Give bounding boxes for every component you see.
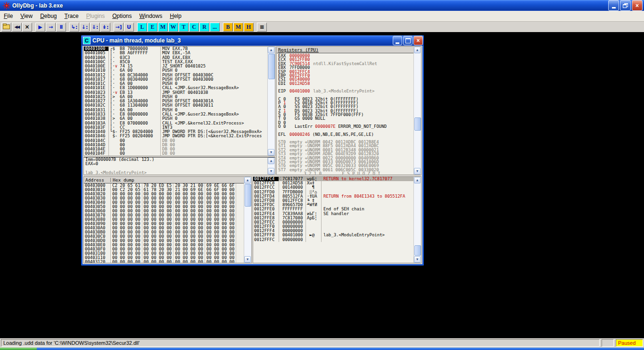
close-button[interactable]: × <box>632 0 643 11</box>
scroll-down-button[interactable] <box>244 256 251 263</box>
stack-marker <box>279 220 282 225</box>
scroll-down-button[interactable] <box>414 168 421 175</box>
menu-item[interactable]: Help <box>166 11 185 21</box>
memory-map-button[interactable]: M <box>233 23 243 32</box>
cpu-maximize-button[interactable] <box>403 36 413 45</box>
stack-row[interactable]: 0012FFE4 7C839AA8 иЬГ¦ SE handler <box>253 212 421 216</box>
scroll-up-button[interactable] <box>244 177 251 183</box>
stack-comment: RETURN to kernel32.7C817077 <box>322 177 421 181</box>
register-row[interactable]: EDI0012AD58 <box>278 82 421 85</box>
windows-list-button[interactable]: ≡ <box>257 23 267 32</box>
stack-row[interactable]: 0012FFD0 7FFDB000 ░²⌂ <box>253 190 421 194</box>
menu-item[interactable]: Debug <box>36 11 60 21</box>
stack-marker <box>279 185 282 190</box>
menu-item[interactable]: Plugins <box>83 11 108 21</box>
scroll-thumb[interactable] <box>268 54 275 79</box>
menu-item[interactable]: File <box>0 11 17 21</box>
eflags-row[interactable]: EFL00000246 (NO,NB,E,BE,NS,PE,GE,LE) <box>278 133 421 136</box>
scroll-up-button[interactable] <box>268 158 274 164</box>
stack-row[interactable]: 0012FFC8 0012AD58 Xн‡ <box>253 181 421 185</box>
handles-button[interactable]: H <box>244 23 254 32</box>
stack-row[interactable]: 0012FFC4 C 7C817077 wpБ¦ RETURN to kerne… <box>253 177 421 181</box>
flag-row[interactable]: O0LastErr 0000007E ERROR_MOD_NOT_FOUND <box>278 125 421 128</box>
minimize-button[interactable] <box>608 0 619 11</box>
disasm-row[interactable]: 0040104E 00 DB 00 <box>84 147 275 151</box>
run-button[interactable]: ▶ <box>35 23 45 32</box>
stack-row[interactable]: 0012FFD8 0012FFC8 ╚ ‡ <box>253 199 421 203</box>
menu-item[interactable]: Trace <box>61 11 83 21</box>
stack-row[interactable]: 0012FFF0 00000000 <box>253 225 421 229</box>
log-window-button[interactable]: L <box>137 23 147 32</box>
disasm-scrollbar[interactable] <box>267 47 275 156</box>
dump-scrollbar[interactable] <box>244 177 251 263</box>
stack-row[interactable]: 0012FFE0 FFFFFFFF End of SEH chain <box>253 207 421 211</box>
disasm-instruction: TEST EAX,EAX <box>160 60 275 64</box>
registers-scrollbar[interactable] <box>413 47 421 175</box>
disasm-bytes: 68 1A304000 <box>120 99 160 103</box>
stack-row[interactable]: 0012FFDC 896657D0 ╨WfЙ <box>253 203 421 207</box>
execute-till-return-button[interactable]: →] <box>114 23 124 32</box>
more-windows-button[interactable]: ... <box>210 23 220 32</box>
stack-ascii <box>306 207 322 211</box>
stack-marker: C <box>279 177 282 181</box>
breakpoints-button[interactable]: B <box>223 23 233 32</box>
close-program-button[interactable]: × <box>22 23 32 32</box>
scroll-down-button[interactable] <box>268 168 274 175</box>
info-scrollbar[interactable] <box>267 158 275 175</box>
pause-button[interactable]: II <box>56 23 66 32</box>
menu-item[interactable]: Windows <box>136 11 166 21</box>
open-button[interactable] <box>1 23 11 32</box>
scroll-thumb[interactable] <box>414 117 421 131</box>
disasm-bytes: 00 <box>120 147 160 151</box>
disasm-marker <box>109 139 120 143</box>
fpu-block: ST0empty +UNORM 0042 0012ADBC 0012B8E4 S… <box>278 140 421 175</box>
dump-address: 00403120 <box>84 260 111 263</box>
restart-button[interactable]: ◀◀ <box>12 23 22 32</box>
disasm-row[interactable]: 00401046 $- FF25 00204000 JMP DWORD PTR … <box>84 134 275 138</box>
disasm-instruction: PUSH OFFSET 0040301A <box>160 99 275 103</box>
stack-row[interactable]: 0012FFEC 00000000 <box>253 220 421 225</box>
scroll-thumb[interactable] <box>414 245 421 256</box>
scroll-thumb[interactable] <box>245 184 251 207</box>
disasm-row[interactable]: 0040104F 00 DB 00 <box>84 151 275 156</box>
start-button-fragment[interactable] <box>0 348 37 350</box>
stack-row[interactable]: 0012FFD4 805512FA ·‡UА RETURN from 804E1… <box>253 194 421 199</box>
scroll-up-button[interactable] <box>414 47 421 53</box>
ollydbg-main-window: OllyDbg - lab 3.exe × File View Debug Tr… <box>0 0 644 350</box>
restore-button[interactable] <box>620 0 631 11</box>
step-over-button[interactable]: ↓: <box>80 23 90 32</box>
cpu-minimize-button[interactable] <box>393 36 402 45</box>
memory-button[interactable]: M <box>158 23 168 32</box>
flag-row[interactable]: T0GS 0000 NULL <box>278 117 421 120</box>
stack-row[interactable]: 0012FFFC 00000000 <box>253 238 421 242</box>
go-to-user-code-button[interactable]: U <box>124 23 134 32</box>
scroll-up-button[interactable] <box>414 177 421 183</box>
animate-over-button[interactable]: ↡: <box>100 23 110 32</box>
windows-button[interactable]: W <box>168 23 178 32</box>
stack-scrollbar[interactable] <box>413 177 421 263</box>
disasm-instruction: PUSH 0 <box>160 82 275 86</box>
scroll-down-button[interactable] <box>268 149 274 156</box>
run-to-user-button[interactable]: → <box>46 23 56 32</box>
stack-row[interactable]: 0012FFF8 00401000 ►@ lab_3.<ModuleEntryP… <box>253 233 421 237</box>
cpu-titlebar[interactable]: C CPU - main thread, module lab_3 × <box>81 35 424 46</box>
threads-button[interactable]: T <box>179 23 189 32</box>
stack-row[interactable]: 0012FFE8 7C817080 АрБ¦ <box>253 216 421 220</box>
cpu-window-button[interactable]: C <box>189 23 199 32</box>
animate-into-button[interactable]: ⇓: <box>90 23 100 32</box>
disasm-row[interactable]: 0040104D 00 DB 00 <box>84 143 275 147</box>
mdi-background: C CPU - main thread, module lab_3 × 0040… <box>0 32 644 338</box>
stack-row[interactable]: 0012FFF4 00000000 <box>253 229 421 233</box>
step-into-button[interactable]: ↳: <box>69 23 79 32</box>
stack-row[interactable]: 0012FFCC 00140000 ¶ <box>253 185 421 190</box>
menu-item[interactable]: Options <box>108 11 135 21</box>
disasm-row[interactable]: 0040104C 00 DB 00 <box>84 139 275 143</box>
menu-item[interactable]: View <box>17 11 36 21</box>
references-button[interactable]: R <box>199 23 209 32</box>
cpu-close-button[interactable]: × <box>413 36 423 45</box>
scroll-up-button[interactable] <box>268 47 274 53</box>
dump-row[interactable]: 00403120 00 00 00 00 00 00 00 00 00 00 0… <box>84 260 251 263</box>
scroll-down-button[interactable] <box>414 256 421 263</box>
executables-button[interactable]: E <box>148 23 157 32</box>
register-row-eip[interactable]: EIP00401000lab_3.<ModuleEntryPoint> <box>278 89 421 93</box>
